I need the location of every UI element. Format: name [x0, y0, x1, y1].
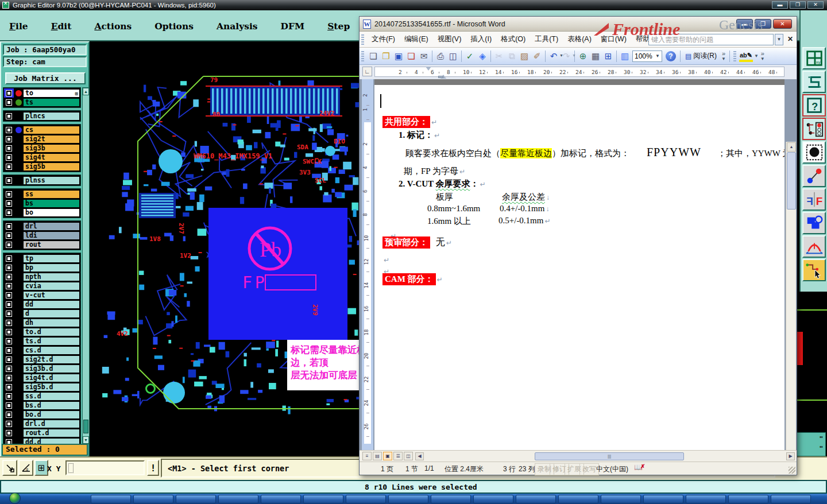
taskbar-button[interactable] [176, 495, 216, 503]
word-help-icon[interactable]: ? [666, 51, 676, 61]
print-icon[interactable]: ⎙ [434, 50, 447, 63]
scroll-thumb[interactable] [83, 420, 88, 433]
layer-name[interactable]: dh [23, 319, 80, 327]
layer-row-to.d[interactable]: to.d [4, 327, 80, 336]
ruler-body[interactable]: 2468101214161820222426283032343638404244… [374, 67, 785, 77]
layer-name[interactable]: sig5b.d [23, 383, 80, 391]
menu-options[interactable]: Options [154, 21, 194, 32]
horizontal-scrollbar[interactable]: ≡ ▤ ▣ ☰ ◫ ◀ ||| ▶ [360, 450, 797, 462]
job-matrix-button[interactable]: Job Matrix ... [5, 72, 86, 84]
layer-row-cs[interactable]: cs [4, 125, 80, 134]
help-icon[interactable]: ? [802, 94, 826, 117]
taskbar-button[interactable] [218, 495, 258, 503]
layer-name[interactable]: tp [23, 254, 80, 263]
layer-row-dd[interactable]: dd [4, 300, 80, 309]
layer-name[interactable]: plncs [23, 112, 80, 121]
new-document-icon[interactable]: ❏ [367, 50, 380, 63]
layer-name[interactable]: drl [23, 222, 80, 231]
scroll-right-icon[interactable]: ▶ [786, 452, 795, 460]
layer-name[interactable]: ts.d [23, 337, 80, 346]
layer-visibility-checkbox[interactable] [4, 222, 14, 231]
read-mode-button[interactable]: ▤阅读(R) [682, 50, 720, 62]
layer-visibility-checkbox[interactable] [4, 88, 14, 98]
layer-name[interactable]: bo.d [23, 410, 80, 419]
layer-visibility-checkbox[interactable] [4, 336, 14, 346]
layer-visibility-checkbox[interactable] [4, 382, 14, 391]
layer-name[interactable]: ss.d [23, 392, 80, 401]
layer-visibility-checkbox[interactable] [4, 231, 14, 240]
layer-name[interactable]: sig5b [23, 162, 80, 171]
layer-row-cvia[interactable]: cvia [4, 281, 80, 290]
layer-visibility-checkbox[interactable] [4, 272, 14, 281]
taskbar-button[interactable] [346, 495, 386, 503]
mirror-icon[interactable]: FF [802, 188, 826, 211]
taskbar-button[interactable] [261, 495, 301, 503]
windows-taskbar[interactable] [0, 494, 827, 504]
taskbar-button[interactable] [558, 495, 598, 503]
layer-visibility-checkbox[interactable] [4, 263, 14, 272]
layer-visibility-checkbox[interactable] [4, 125, 14, 134]
chevron-down-icon[interactable]: ▼ [775, 34, 783, 45]
spelling-icon[interactable]: ✓ [463, 50, 476, 63]
insert-table-icon[interactable]: ⊞ [602, 50, 615, 63]
layer-name[interactable]: bs [23, 199, 80, 208]
layer-name[interactable]: to⊞ [23, 89, 80, 98]
permission-icon[interactable]: ❏ [405, 50, 418, 63]
layer-visibility-checkbox[interactable] [4, 144, 14, 153]
toolbar-grip[interactable] [361, 34, 364, 45]
taskbar-button[interactable] [771, 495, 811, 503]
menu-analysis[interactable]: Analysis [217, 21, 258, 32]
layer-name[interactable]: rout [23, 241, 80, 249]
layer-row-bp[interactable]: bp [4, 263, 80, 272]
menu-edit[interactable]: Edit [51, 21, 72, 32]
layer-row-sig2t.d[interactable]: sig2t.d [4, 355, 80, 364]
tables-borders-icon[interactable]: ▦ [589, 50, 602, 63]
layer-name[interactable]: npth [23, 273, 80, 281]
layer-name[interactable]: v-cut [23, 291, 80, 300]
layer-row-plnss[interactable]: plnss [4, 176, 80, 185]
layer-name[interactable]: ts [23, 98, 80, 107]
menu-step[interactable]: Step [327, 21, 350, 32]
resize-grip[interactable] [789, 467, 795, 474]
layer-visibility-checkbox[interactable] [4, 98, 14, 107]
layer-row-sig3b[interactable]: sig3b [4, 144, 80, 153]
layer-row-tp[interactable]: tp [4, 254, 80, 263]
zoom-pan-button[interactable] [2, 460, 17, 476]
layer-row-bo.d[interactable]: bo.d [4, 410, 80, 419]
layer-visibility-checkbox[interactable] [4, 290, 14, 300]
help-question-box[interactable]: 键入需要帮助的问题 [648, 34, 774, 45]
taskbar-button[interactable] [133, 495, 173, 503]
layer-name[interactable]: ldi [23, 231, 80, 240]
toolbar-grip[interactable] [361, 51, 364, 61]
layer-name[interactable]: cvia [23, 282, 80, 290]
format-painter-icon[interactable]: ✐ [531, 50, 543, 63]
layer-row-cs.d[interactable]: cs.d [4, 346, 80, 355]
tab-selector[interactable]: ∟ [362, 67, 372, 76]
taskbar-button[interactable] [643, 495, 683, 503]
menu-file[interactable]: File [9, 21, 28, 32]
layer-name[interactable]: sig2t.d [23, 355, 80, 364]
highlight-icon[interactable]: ab✎ [739, 51, 753, 62]
layer-row-ss[interactable]: ss [4, 189, 80, 199]
surface-shapes-icon[interactable] [802, 212, 826, 234]
layer-visibility-checkbox[interactable] [4, 364, 14, 373]
layer-visibility-checkbox[interactable] [4, 153, 14, 162]
taskbar-button[interactable] [431, 495, 471, 503]
toolbar-grip[interactable] [733, 51, 736, 61]
word-close-icon[interactable]: ✕ [773, 19, 792, 29]
xy-coordinate-input[interactable] [65, 460, 145, 475]
pad-symbol-icon[interactable] [802, 141, 826, 164]
undo-icon[interactable]: ↶▼ [547, 50, 560, 63]
layer-row-drl[interactable]: drl [4, 222, 80, 231]
scroll-thumb[interactable]: ||| [535, 452, 684, 460]
layer-row-sig5b.d[interactable]: sig5b.d [4, 382, 80, 391]
reading-layout-icon[interactable]: ◫ [404, 452, 413, 460]
menu-actions[interactable]: Actions [94, 21, 132, 32]
layer-visibility-checkbox[interactable] [4, 391, 14, 401]
layer-row-drl.d[interactable]: drl.d [4, 419, 80, 428]
word-minimize-icon[interactable]: ▬ [736, 19, 753, 29]
layer-row-bs[interactable]: bs [4, 199, 80, 208]
xy-origin-icon[interactable]: xy [802, 47, 826, 69]
research-icon[interactable]: ◈ [476, 50, 489, 63]
layer-name[interactable]: bp [23, 263, 80, 272]
